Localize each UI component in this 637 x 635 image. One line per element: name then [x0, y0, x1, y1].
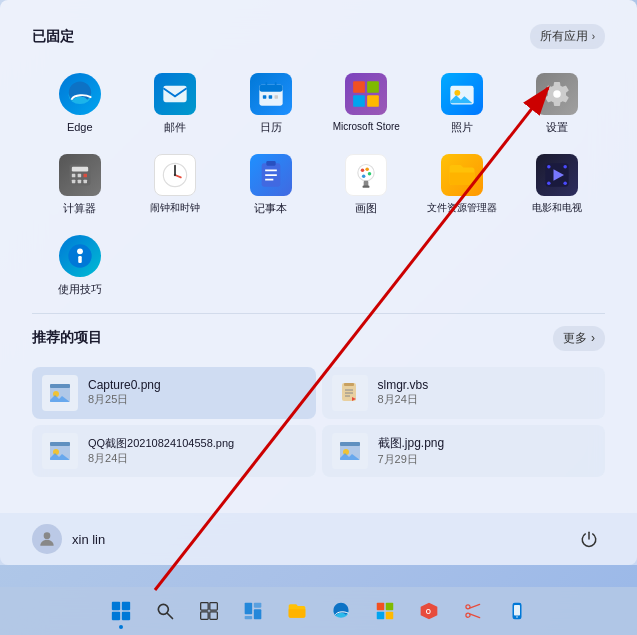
folder-icon	[287, 601, 307, 621]
start-menu: 已固定 所有应用 › Edge	[0, 0, 637, 565]
paint-icon	[345, 154, 387, 196]
svg-rect-83	[376, 612, 384, 620]
apps-grid: Edge 邮件	[32, 65, 605, 305]
app-notepad[interactable]: 记事本	[223, 146, 319, 223]
rec-name-2: QQ截图20210824104558.png	[88, 436, 234, 451]
more-chevron-icon: ›	[591, 331, 595, 345]
more-button[interactable]: 更多 ›	[553, 326, 605, 351]
app-calc[interactable]: 计算器	[32, 146, 128, 223]
svg-rect-50	[78, 256, 82, 263]
widgets-button[interactable]	[233, 591, 273, 631]
svg-rect-72	[200, 603, 208, 611]
calc-icon	[59, 154, 101, 196]
all-apps-button[interactable]: 所有应用 ›	[530, 24, 605, 49]
search-button[interactable]	[145, 591, 185, 631]
power-icon	[580, 530, 598, 548]
svg-point-92	[516, 616, 518, 618]
app-calendar[interactable]: 日历	[223, 65, 319, 142]
app-movies[interactable]: 电影和电视	[510, 146, 606, 223]
taskbar: O	[0, 587, 637, 635]
svg-point-38	[368, 172, 372, 176]
user-info[interactable]: xin lin	[32, 524, 105, 554]
mail-icon	[154, 73, 196, 115]
svg-rect-11	[353, 95, 365, 107]
svg-rect-79	[253, 609, 261, 619]
svg-point-14	[454, 90, 460, 96]
task-view-icon	[199, 601, 219, 621]
app-files[interactable]: 文件资源管理器	[414, 146, 510, 223]
edge-icon	[59, 73, 101, 115]
rec-date-0: 8月25日	[88, 392, 161, 407]
store-taskbar-button[interactable]	[365, 591, 405, 631]
pinned-title: 已固定	[32, 28, 74, 46]
rec-info-0: Capture0.png 8月25日	[88, 378, 161, 407]
task-view-button[interactable]	[189, 591, 229, 631]
rec-item-0[interactable]: Capture0.png 8月25日	[32, 367, 316, 419]
rec-item-3[interactable]: 截图.jpg.png 7月29日	[322, 425, 606, 477]
svg-point-37	[366, 168, 370, 172]
phone-icon	[508, 601, 526, 621]
svg-point-16	[554, 90, 562, 98]
rec-item-1[interactable]: slmgr.vbs 8月24日	[322, 367, 606, 419]
rec-name-0: Capture0.png	[88, 378, 161, 392]
svg-rect-10	[367, 81, 379, 93]
app-tips[interactable]: 使用技巧	[32, 227, 128, 304]
search-icon	[155, 601, 175, 621]
phone-taskbar-button[interactable]	[497, 591, 537, 631]
explorer-taskbar-button[interactable]	[277, 591, 317, 631]
svg-rect-66	[111, 602, 119, 610]
svg-rect-68	[111, 612, 119, 620]
rec-info-1: slmgr.vbs 8月24日	[378, 378, 429, 407]
rec-date-1: 8月24日	[378, 392, 429, 407]
svg-rect-19	[72, 174, 76, 178]
user-avatar	[32, 524, 62, 554]
svg-point-70	[158, 604, 168, 614]
rec-name-3: 截图.jpg.png	[378, 435, 445, 452]
edge-taskbar-icon	[331, 601, 351, 621]
svg-rect-18	[72, 167, 88, 172]
clock-label: 闹钟和时钟	[150, 202, 200, 214]
notepad-icon	[250, 154, 292, 196]
rec-item-2[interactable]: QQ截图20210824104558.png 8月24日	[32, 425, 316, 477]
svg-rect-41	[363, 186, 370, 188]
svg-point-39	[362, 175, 366, 179]
rec-icon-2	[42, 433, 78, 469]
svg-rect-84	[385, 612, 393, 620]
tips-label: 使用技巧	[58, 283, 102, 296]
clock-icon	[154, 154, 196, 196]
svg-rect-21	[83, 174, 87, 178]
svg-point-46	[564, 182, 568, 186]
calendar-label: 日历	[260, 121, 282, 134]
store-taskbar-icon	[376, 602, 394, 620]
app-clock[interactable]: 闹钟和时钟	[128, 146, 224, 223]
photos-icon	[441, 73, 483, 115]
svg-line-89	[469, 614, 479, 618]
pinned-section-header: 已固定 所有应用 ›	[32, 24, 605, 49]
svg-line-71	[167, 614, 172, 619]
rec-name-1: slmgr.vbs	[378, 378, 429, 392]
files-label: 文件资源管理器	[427, 202, 497, 214]
app-settings[interactable]: 设置	[510, 65, 606, 142]
app-store[interactable]: Microsoft Store	[319, 65, 415, 142]
store-icon	[345, 73, 387, 115]
start-button[interactable]	[101, 591, 141, 631]
svg-line-88	[469, 604, 479, 608]
svg-rect-6	[263, 95, 267, 99]
scissors-taskbar-button[interactable]	[453, 591, 493, 631]
rec-icon-1	[332, 375, 368, 411]
recommended-header: 推荐的项目 更多 ›	[32, 326, 605, 351]
svg-rect-91	[514, 605, 520, 616]
svg-point-65	[44, 532, 51, 539]
office-taskbar-button[interactable]: O	[409, 591, 449, 631]
rec-date-2: 8月24日	[88, 451, 234, 466]
calc-label: 计算器	[63, 202, 96, 215]
app-photos[interactable]: 照片	[414, 65, 510, 142]
app-paint[interactable]: 画图	[319, 146, 415, 223]
movies-icon	[536, 154, 578, 196]
svg-rect-55	[344, 383, 354, 386]
power-button[interactable]	[573, 523, 605, 555]
app-edge[interactable]: Edge	[32, 65, 128, 142]
chevron-icon: ›	[592, 31, 595, 42]
edge-taskbar-button[interactable]	[321, 591, 361, 631]
app-mail[interactable]: 邮件	[128, 65, 224, 142]
